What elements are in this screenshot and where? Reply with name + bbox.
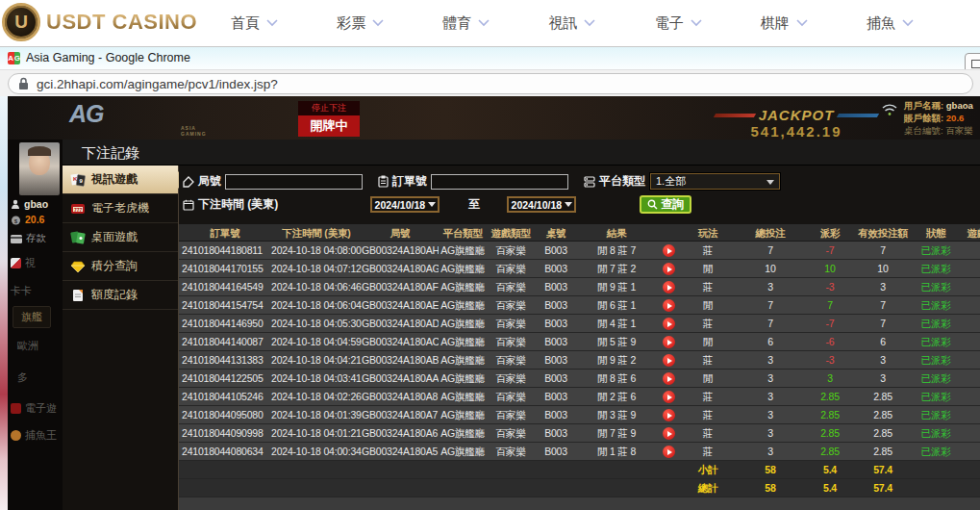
cell-play-type: 莊 [681,351,735,369]
chevron-down-icon [902,19,914,27]
cell-replay [656,351,681,369]
cell-total-bet: 7 [735,242,806,259]
cell-round: GB00324A180AE [362,296,439,314]
round-number-input[interactable] [225,174,363,190]
platform-type-value: 1.全部 [656,174,686,189]
cell-total-bet: 6 [735,333,806,350]
sidebar-item-quota-records[interactable]: 額度記錄 [63,281,178,310]
total-label: 總計 [681,479,735,497]
lobby-menu-flagship[interactable]: 旗艦 [13,306,51,328]
cell-play-type: 莊 [681,242,735,259]
cell-result: 閒 8 莊 6 [577,370,656,387]
cell-platform: AG旗艦廳 [439,351,487,369]
total-payout: 5.4 [806,479,854,497]
select-arrow-icon [766,180,774,185]
lobby-menu-kaka[interactable]: 卡卡 [11,284,32,298]
cell-order: 241018044140087 [179,333,271,350]
play-button[interactable] [663,446,675,458]
menu-label: 視 [25,256,36,270]
cell-replay [656,370,681,387]
lobby-menu-fishing[interactable]: 捕魚王 [11,428,57,443]
table-row: 241018044180811 2024-10-18 04:08:00 GB00… [179,242,980,260]
chevron-down-icon [691,19,702,27]
play-button[interactable] [663,372,675,385]
play-button[interactable] [663,263,675,275]
play-button[interactable] [663,336,675,348]
col-header-table-no: 桌號 [535,224,577,241]
order-number-input[interactable] [431,174,568,190]
cell-play-type: 莊 [681,388,735,405]
date-from-picker[interactable]: 2024/10/18 [370,196,440,213]
playing-cards-icon: K9 [70,173,86,187]
site-logo[interactable]: U USDT CASINO [2,3,197,41]
empty-row [179,497,980,510]
cell-status: 已派彩 [912,296,960,314]
diamond-icon [70,260,86,273]
cell-order: 241018044164549 [179,278,271,295]
nav-item-fishing[interactable]: 捕魚 [867,14,914,33]
cell-total-bet: 3 [735,351,806,369]
nav-item-sports[interactable]: 體育 [442,14,490,33]
play-button[interactable] [663,244,675,257]
order-filter-label: 訂單號 [378,173,427,190]
cell-round: GB00324A180A8 [362,388,439,405]
document-icon [70,289,86,302]
sidebar-item-table-games[interactable]: 桌面遊戲 [63,223,178,252]
play-button[interactable] [663,409,675,421]
cell-platform: AG旗艦廳 [439,388,487,405]
cell-result: 閒 9 莊 2 [577,351,656,369]
date-from-value: 2024/10/18 [375,199,426,211]
nav-item-home[interactable]: 首頁 [231,14,278,33]
play-button[interactable] [663,299,675,312]
cell-time: 2024-10-18 04:01:39 [271,406,362,423]
search-button-label: 查詢 [661,196,684,213]
cell-status: 已派彩 [912,278,960,295]
table-row: 241018044154754 2024-10-18 04:06:04 GB00… [179,296,980,315]
cell-total-bet: 3 [735,443,806,460]
play-button[interactable] [663,318,675,330]
cell-valid-bet: 7 [854,242,912,259]
play-button[interactable] [663,281,675,293]
address-bar[interactable]: gci.2hhapi.com/agingame/pcv1/index.jsp? [8,73,973,94]
cell-round: GB00324A180AD [362,315,439,332]
cell-game-type: 百家樂 [487,278,535,295]
bet-time-label: 下注時間 (美東) [183,196,278,213]
cell-table-no: B003 [535,370,577,387]
col-header-round: 局號 [362,224,439,241]
nav-item-cards[interactable]: 棋牌 [761,14,808,33]
cell-replay [656,443,681,460]
search-button[interactable]: 查詢 [640,195,691,214]
site-nav: 首頁 彩票 體育 視訊 電子 棋牌 捕魚 [231,0,914,46]
play-button[interactable] [663,354,675,367]
lobby-menu-multi[interactable]: 多 [17,370,28,385]
table-row: 241018044164549 2024-10-18 04:06:46 GB00… [179,278,980,296]
nav-item-live[interactable]: 視訊 [548,14,595,33]
nav-item-lottery[interactable]: 彩票 [337,14,384,33]
modal-sidebar: K9 視訊遊戲 777 電子老虎機 桌面遊戲 積分查詢 [63,166,179,510]
cell-table-no: B003 [535,296,577,314]
cell-game-type: 百家樂 [487,370,535,387]
nav-label: 首頁 [231,14,260,33]
lobby-menu-slots[interactable]: 電子遊 [11,401,57,416]
cell-round: GB00324A180A7 [362,406,439,423]
lobby-menu-europe[interactable]: 歐洲 [17,339,38,353]
deposit-button[interactable]: 存款 [11,232,46,245]
table-status-box: 停止下注 開牌中 [298,101,360,137]
cell-table-no: B003 [535,278,577,295]
play-button[interactable] [663,391,675,403]
chevron-down-icon [266,19,278,27]
col-header-game-video: 遊戲錄像 [960,224,980,241]
date-to-picker[interactable]: 2024/10/18 [507,196,576,213]
sidebar-item-slot-machine[interactable]: 777 電子老虎機 [63,194,178,223]
play-button[interactable] [663,427,675,440]
lobby-menu-video[interactable]: 視 [11,256,36,270]
sidebar-item-video-games[interactable]: K9 視訊遊戲 [63,166,178,194]
jackpot-right-bar [837,114,879,117]
fish-icon [11,430,21,441]
cell-total-bet: 3 [735,406,806,423]
cell-game-video: - [960,388,980,405]
sidebar-item-points-query[interactable]: 積分查詢 [63,252,178,281]
platform-type-select[interactable]: 1.全部 [650,173,780,190]
cell-replay [656,260,681,277]
nav-item-slots[interactable]: 電子 [655,14,702,33]
